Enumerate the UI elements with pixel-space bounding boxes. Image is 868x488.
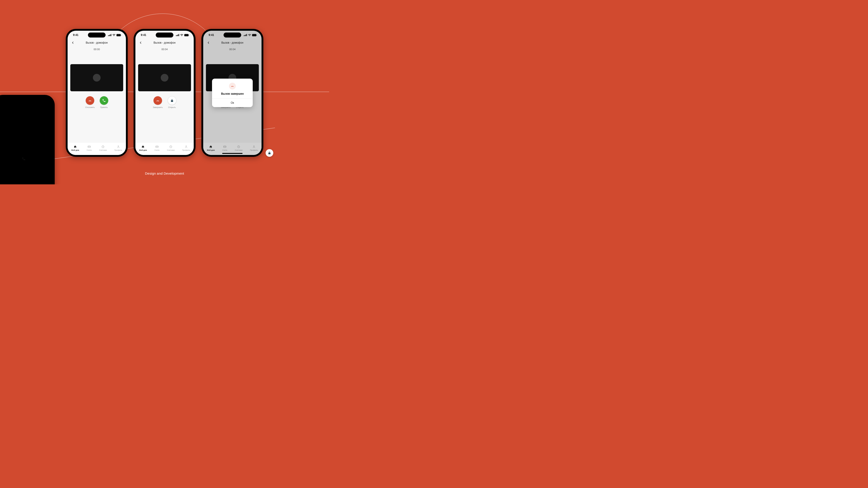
svg-rect-3	[111, 34, 112, 36]
call-actions: Отклонить Принять	[68, 96, 126, 108]
accept-button[interactable]	[100, 96, 108, 105]
dynamic-island	[156, 33, 174, 37]
open-door-button[interactable]	[168, 96, 176, 105]
svg-rect-13	[178, 35, 178, 36]
page-caption: Design and Development	[0, 171, 329, 175]
dynamic-island	[88, 33, 105, 37]
battery-icon	[184, 34, 189, 36]
tab-profile-label: Профиль	[182, 149, 190, 151]
status-time: 9:41	[141, 33, 146, 37]
end-call-label: Завершить	[153, 106, 163, 108]
tab-home-label: Мой дом	[139, 149, 147, 151]
screen-header: Вызов - домофон	[135, 39, 194, 46]
tab-meters[interactable]: Счетчики	[235, 145, 242, 151]
modal-title: Вызов завершен	[221, 92, 244, 95]
decline-button[interactable]	[86, 96, 94, 105]
svg-rect-12	[177, 35, 178, 36]
tab-home[interactable]: Мой дом	[71, 145, 79, 151]
tab-bills[interactable]: Счета	[154, 145, 159, 151]
svg-rect-17	[189, 35, 189, 35]
phone-mockups-row: 9:41 Вызов - домофон 00:00	[66, 29, 264, 157]
svg-rect-2	[110, 35, 111, 36]
accept-label: Принять	[100, 106, 107, 108]
signal-icon	[176, 34, 179, 36]
wifi-icon	[112, 34, 116, 36]
tab-home[interactable]: Мой дом	[207, 145, 215, 151]
wifi-icon	[248, 34, 251, 36]
decline-label: Отклонить	[85, 106, 95, 108]
screen-header: Вызов - домофон	[203, 39, 261, 46]
battery-icon	[252, 34, 257, 36]
tab-bills[interactable]: Счета	[222, 145, 227, 151]
tab-home[interactable]: Мой дом	[139, 145, 147, 151]
status-time: 9:41	[209, 33, 214, 37]
svg-rect-27	[252, 34, 256, 36]
tab-bills[interactable]: Счета	[87, 145, 92, 151]
svg-rect-11	[176, 35, 177, 36]
tab-profile-label: Профиль	[250, 149, 258, 151]
tab-profile[interactable]: Профиль	[250, 145, 258, 151]
call-timer: 00:04	[135, 48, 194, 51]
phone-mockup-3: 9:41 Вызов - домофон 00:04	[202, 29, 264, 157]
svg-rect-18	[156, 146, 158, 148]
svg-point-32	[253, 146, 254, 147]
svg-point-21	[186, 146, 186, 147]
svg-rect-24	[246, 35, 246, 36]
call-ended-modal: Вызов завершен Ок	[212, 78, 253, 107]
status-icons	[176, 34, 189, 36]
svg-rect-14	[179, 34, 179, 36]
tab-profile[interactable]: Профиль	[114, 145, 122, 151]
svg-rect-29	[223, 146, 226, 148]
tab-meters-label: Счетчики	[235, 149, 242, 151]
video-placeholder-dot	[93, 74, 101, 82]
hangup-icon	[229, 83, 236, 90]
modal-ok-button[interactable]: Ок	[212, 99, 253, 107]
screen-header: Вызов - домофон	[68, 39, 126, 46]
tab-meters-label: Счетчики	[99, 149, 107, 151]
svg-rect-0	[108, 35, 109, 36]
tab-profile[interactable]: Профиль	[182, 145, 190, 151]
screen-title: Вызов - домофон	[135, 41, 194, 44]
call-timer: 00:04	[203, 48, 261, 51]
svg-rect-5	[117, 34, 121, 36]
dynamic-island	[223, 33, 241, 37]
svg-rect-1	[109, 35, 110, 36]
svg-rect-25	[246, 34, 247, 36]
open-door-label: Открыть	[168, 106, 176, 108]
home-indicator	[222, 153, 243, 154]
status-time: 9:41	[73, 33, 79, 37]
tab-home-label: Мой дом	[71, 149, 79, 151]
screen-title: Вызов - домофон	[68, 41, 126, 44]
svg-rect-7	[88, 146, 90, 148]
svg-rect-28	[256, 35, 257, 35]
status-icons	[108, 34, 121, 36]
floating-phone-icon	[0, 95, 55, 184]
battery-icon	[116, 34, 121, 36]
svg-rect-22	[244, 35, 244, 36]
screen-title: Вызов - домофон	[203, 41, 261, 44]
tab-bar: Мой дом Счета Счетчики Профиль	[135, 142, 194, 155]
floating-lock-icon	[266, 149, 273, 157]
status-icons	[244, 34, 257, 36]
tab-meters-label: Счетчики	[167, 149, 175, 151]
tab-bar: Мой дом Счета Счетчики Профиль	[68, 142, 126, 155]
tab-meters[interactable]: Счетчики	[167, 145, 175, 151]
wifi-icon	[180, 34, 183, 36]
video-placeholder-dot	[161, 74, 168, 82]
tab-bills-label: Счета	[154, 149, 159, 151]
call-actions: Завершить Открыть	[135, 96, 194, 108]
tab-meters[interactable]: Счетчики	[99, 145, 107, 151]
tab-profile-label: Профиль	[114, 149, 122, 151]
phone-mockup-1: 9:41 Вызов - домофон 00:00	[66, 29, 128, 157]
end-call-button[interactable]	[153, 96, 162, 105]
svg-rect-16	[185, 34, 188, 36]
tab-home-label: Мой дом	[207, 149, 215, 151]
svg-rect-23	[245, 35, 245, 36]
signal-icon	[108, 34, 112, 36]
tab-bills-label: Счета	[87, 149, 92, 151]
signal-icon	[244, 34, 247, 36]
phone-mockup-2: 9:41 Вызов - домофон 00:04	[133, 29, 195, 157]
svg-rect-6	[121, 35, 121, 35]
video-preview	[138, 64, 191, 91]
call-timer: 00:00	[68, 48, 126, 51]
